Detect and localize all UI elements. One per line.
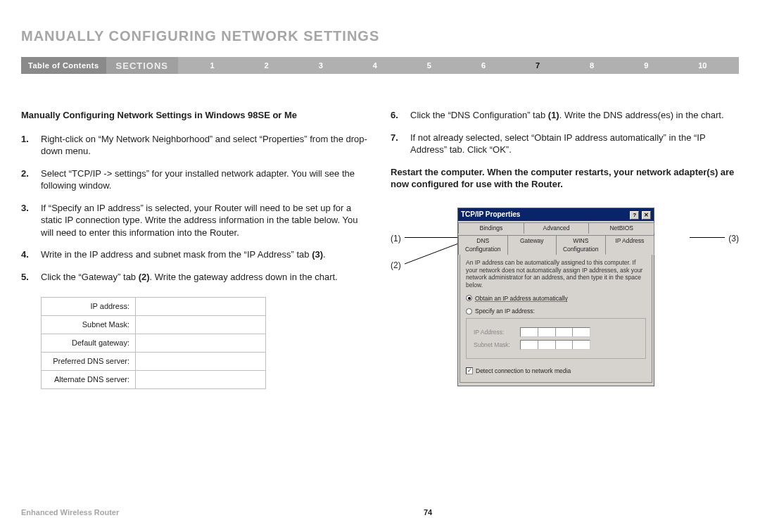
- step-number: 1.: [21, 133, 29, 146]
- subnet-mask-input[interactable]: [520, 340, 590, 350]
- right-column: 6.Click the “DNS Configuration” tab (1).…: [391, 109, 739, 389]
- table-value: [135, 353, 265, 371]
- section-link-6[interactable]: 6: [481, 61, 486, 70]
- dialog-tab[interactable]: Bindings: [458, 222, 524, 234]
- section-link-4[interactable]: 4: [373, 61, 377, 70]
- field-mask-label: Subnet Mask:: [474, 341, 516, 349]
- tcpip-dialog: TCP/IP Properties ? ✕ BindingsAdvancedNe…: [457, 208, 654, 386]
- dialog-titlebar: TCP/IP Properties ? ✕: [458, 208, 654, 221]
- radio-specify-label: Specify an IP address:: [475, 308, 535, 315]
- section-link-1[interactable]: 1: [210, 61, 215, 70]
- dialog-tab[interactable]: WINS Configuration: [556, 235, 606, 255]
- ip-address-input[interactable]: [520, 327, 590, 337]
- step-bold-ref: (2): [139, 272, 150, 282]
- callout-3: (3): [728, 233, 739, 244]
- step-number: 4.: [21, 248, 29, 261]
- dialog-tab[interactable]: Gateway: [507, 235, 557, 255]
- ip-fields-group: IP Address: Subnet Mask:: [466, 318, 646, 359]
- table-label: Subnet Mask:: [42, 316, 136, 334]
- step-item: 1.Right-click on “My Network Neighborhoo…: [21, 133, 369, 158]
- table-value: [135, 298, 265, 316]
- step-bold-ref: (1): [548, 110, 559, 120]
- help-icon[interactable]: ?: [630, 211, 639, 220]
- page-footer: Enhanced Wireless Router 74 .: [21, 508, 739, 517]
- section-link-2[interactable]: 2: [265, 61, 269, 70]
- step-item: 7.If not already selected, select “Obtai…: [391, 132, 739, 156]
- step-item: 4.Write in the IP address and subnet mas…: [21, 248, 369, 261]
- table-label: Alternate DNS server:: [42, 370, 136, 388]
- dialog-tab[interactable]: Advanced: [524, 222, 590, 234]
- table-value: [135, 316, 265, 334]
- section-link-10[interactable]: 10: [698, 61, 707, 70]
- sections-label: SECTIONS: [106, 57, 178, 74]
- section-numbers: 12345678910: [178, 61, 739, 70]
- footer-product: Enhanced Wireless Router: [21, 508, 119, 517]
- callout-line-3: [690, 237, 725, 238]
- steps-list-right: 6.Click the “DNS Configuration” tab (1).…: [391, 109, 739, 156]
- radio-dot-icon: [466, 295, 472, 301]
- callout-1: (1): [391, 233, 401, 244]
- step-number: 3.: [21, 202, 29, 215]
- table-label: IP address:: [42, 298, 136, 316]
- step-number: 7.: [391, 132, 398, 144]
- section-link-3[interactable]: 3: [319, 61, 323, 70]
- table-value: [135, 334, 265, 353]
- step-bold-ref: (3): [312, 249, 323, 260]
- tcpip-screenshot: (1) (2) (3) TCP/IP Properties ? ✕ Bindin…: [391, 208, 739, 386]
- table-label: Default gateway:: [42, 334, 136, 353]
- radio-obtain-label: Obtain an IP address automatically: [475, 295, 568, 303]
- dialog-body-text: An IP address can be automatically assig…: [466, 259, 646, 289]
- step-item: 2.Select “TCP/IP -> settings” for your i…: [21, 167, 369, 192]
- radio-specify[interactable]: Specify an IP address:: [466, 308, 646, 315]
- step-number: 6.: [391, 109, 398, 122]
- dialog-tabs-row1: BindingsAdvancedNetBIOS: [458, 221, 654, 234]
- section-subhead: Manually Configuring Network Settings in…: [21, 109, 369, 122]
- restart-note: Restart the computer. When the computer …: [391, 166, 739, 191]
- steps-list-left: 1.Right-click on “My Network Neighborhoo…: [21, 133, 369, 284]
- page-title: MANUALLY CONFIGURING NETWORK SETTINGS: [21, 28, 739, 44]
- table-row: IP address:: [42, 298, 266, 316]
- dialog-tab[interactable]: IP Address: [605, 235, 655, 255]
- section-link-8[interactable]: 8: [590, 61, 594, 70]
- table-label: Preferred DNS server:: [42, 353, 136, 371]
- section-nav: Table of Contents SECTIONS 12345678910: [21, 57, 739, 74]
- step-item: 5.Click the “Gateway” tab (2). Write the…: [21, 271, 369, 284]
- dialog-tab[interactable]: NetBIOS: [588, 222, 654, 234]
- table-row: Alternate DNS server:: [42, 370, 266, 388]
- table-value: [135, 370, 265, 388]
- ip-entry-table: IP address: Subnet Mask: Default gateway…: [41, 297, 266, 388]
- table-row: Preferred DNS server:: [42, 353, 266, 371]
- step-item: 3.If “Specify an IP address” is selected…: [21, 202, 369, 239]
- section-link-7[interactable]: 7: [536, 61, 540, 70]
- detect-label: Detect connection to network media: [476, 367, 571, 375]
- step-item: 6.Click the “DNS Configuration” tab (1).…: [391, 109, 739, 122]
- step-number: 2.: [21, 167, 29, 180]
- radio-dot-icon: [466, 308, 472, 315]
- left-column: Manually Configuring Network Settings in…: [21, 109, 369, 389]
- checkbox-icon: ✓: [466, 367, 473, 374]
- dialog-tab[interactable]: DNS Configuration: [458, 235, 508, 255]
- step-number: 5.: [21, 271, 29, 284]
- footer-page-number: 74: [424, 508, 432, 517]
- detect-row[interactable]: ✓ Detect connection to network media: [466, 367, 646, 375]
- section-link-5[interactable]: 5: [427, 61, 431, 70]
- table-row: Subnet Mask:: [42, 316, 266, 334]
- table-row: Default gateway:: [42, 334, 266, 353]
- radio-obtain[interactable]: Obtain an IP address automatically: [466, 295, 646, 303]
- section-link-9[interactable]: 9: [644, 61, 648, 70]
- dialog-title: TCP/IP Properties: [461, 210, 520, 220]
- close-icon[interactable]: ✕: [642, 211, 651, 220]
- field-ip-label: IP Address:: [474, 329, 516, 336]
- callout-2: (2): [391, 260, 401, 271]
- toc-link[interactable]: Table of Contents: [21, 57, 106, 74]
- dialog-tabs-row2: DNS ConfigurationGatewayWINS Configurati…: [458, 234, 654, 255]
- dialog-tab-body: An IP address can be automatically assig…: [460, 254, 652, 382]
